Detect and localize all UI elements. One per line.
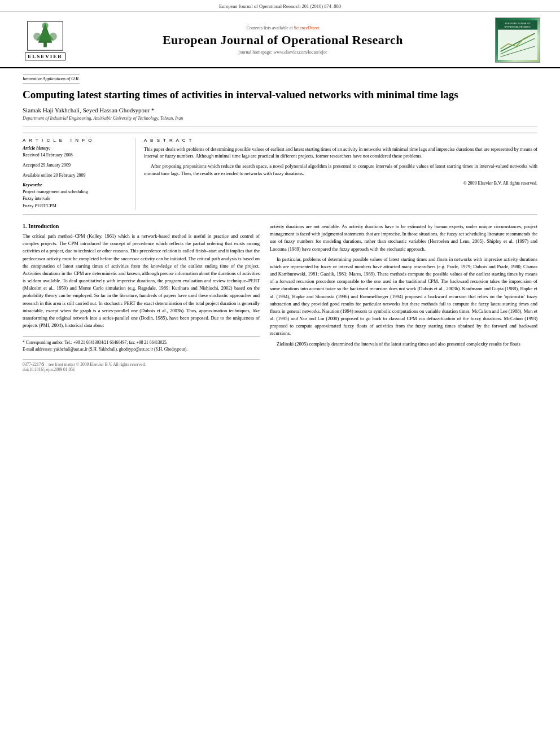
issn-text: 0377-2217/$ – see front matter © 2009 El…: [23, 362, 260, 367]
received-date: Received 14 February 2008: [23, 152, 126, 159]
abstract-col: A B S T R A C T This paper deals with pr…: [135, 138, 537, 210]
elsevier-logo-area: ELSEVIER: [17, 20, 73, 60]
article-info: A R T I C L E I N F O Article history: R…: [23, 138, 135, 210]
section1-heading: 1. Introduction: [23, 223, 260, 229]
bottom-bar: 0377-2217/$ – see front matter © 2009 El…: [23, 359, 260, 372]
top-bar: European Journal of Operational Research…: [0, 0, 560, 12]
keyword-3: Fuzzy PERT/CPM: [23, 203, 126, 210]
copyright-notice: © 2009 Elsevier B.V. All rights reserved…: [144, 181, 537, 186]
contents-line: Contents lists available at ScienceDirec…: [79, 25, 487, 30]
abstract-title: A B S T R A C T: [144, 138, 537, 143]
svg-point-5: [33, 32, 41, 40]
journal-title: European Journal of Operational Research: [79, 33, 487, 47]
keyword-2: Fuzzy intervals: [23, 195, 126, 203]
journal-header-center: Contents lists available at ScienceDirec…: [79, 25, 487, 55]
journal-citation: European Journal of Operational Research…: [219, 3, 341, 9]
svg-text:EUROPEAN JOURNAL OF: EUROPEAN JOURNAL OF: [505, 23, 531, 25]
elsevier-tree-icon: [25, 20, 65, 51]
contents-text: Contents lists available at: [247, 25, 293, 30]
svg-point-7: [42, 22, 48, 28]
keywords-list: Project management and scheduling Fuzzy …: [23, 189, 126, 210]
footnote-email: E-mail addresses: yakhchali@aut.ac.ir (S…: [23, 346, 260, 352]
sciencedirect-link[interactable]: ScienceDirect: [294, 25, 320, 30]
footnote-corresponding: * Corresponding author. Tel.: +98 21 664…: [23, 339, 260, 346]
body-right-text: activity durations are not available. As…: [270, 223, 537, 348]
accepted-date: Accepted 29 January 2009: [23, 162, 126, 169]
body-right-para2: In particular, problems of determining p…: [270, 256, 537, 338]
elsevier-logo: ELSEVIER: [17, 20, 73, 60]
article-title: Computing latest starting times of activ…: [23, 88, 537, 102]
main-body: 1. Introduction The critical path method…: [23, 223, 537, 372]
svg-point-6: [50, 32, 57, 40]
journal-cover-area: EUROPEAN JOURNAL OF OPERATIONAL RESEARCH: [492, 18, 543, 63]
footnote-area: * Corresponding author. Tel.: +98 21 664…: [23, 336, 260, 352]
abstract-text: This paper deals with problems of determ…: [144, 146, 537, 177]
keywords-label: Keywords:: [23, 182, 126, 187]
cover-svg: EUROPEAN JOURNAL OF OPERATIONAL RESEARCH: [496, 20, 539, 60]
body-left-text: The critical path method–CPM (Kelley, 19…: [23, 233, 260, 329]
abstract-para2: After proposing propositions which reduc…: [144, 163, 537, 177]
elsevier-wordmark: ELSEVIER: [25, 53, 65, 60]
homepage-label: journal homepage:: [239, 50, 273, 55]
author-names: Siamak Haji Yakhchali, Seyed Hassan Ghod…: [23, 107, 154, 113]
abstract-para1: This paper deals with problems of determ…: [144, 146, 537, 160]
keyword-1: Project management and scheduling: [23, 189, 126, 196]
body-col-left: 1. Introduction The critical path method…: [23, 223, 260, 372]
body-right-para3: Zielinski (2005) completely determined t…: [270, 340, 537, 348]
section-label: Innovative Applications of O.R.: [23, 74, 80, 84]
affiliation: Department of Industrial Engineering, Am…: [23, 116, 537, 127]
body-col-right: activity durations are not available. As…: [270, 223, 537, 372]
article-content: Innovative Applications of O.R. Computin…: [0, 68, 560, 381]
info-abstract-row: A R T I C L E I N F O Article history: R…: [23, 133, 537, 215]
journal-homepage: journal homepage: www.elsevier.com/locat…: [79, 50, 487, 55]
svg-text:OPERATIONAL RESEARCH: OPERATIONAL RESEARCH: [504, 26, 531, 28]
history-label: Article history:: [23, 146, 126, 151]
available-date: Available online 20 February 2009: [23, 172, 126, 179]
doi-text: doi:10.1016/j.ejor.2009.01.051: [23, 367, 260, 372]
body-right-para1: activity durations are not available. As…: [270, 223, 537, 253]
page: European Journal of Operational Research…: [0, 0, 560, 747]
article-info-title: A R T I C L E I N F O: [23, 138, 126, 143]
homepage-url: www.elsevier.com/locate/ejor: [273, 50, 327, 55]
journal-header: ELSEVIER Contents lists available at Sci…: [0, 12, 560, 68]
journal-cover-image: EUROPEAN JOURNAL OF OPERATIONAL RESEARCH: [495, 18, 540, 63]
authors: Siamak Haji Yakhchali, Seyed Hassan Ghod…: [23, 107, 537, 113]
body-left-para1: The critical path method–CPM (Kelley, 19…: [23, 233, 260, 329]
